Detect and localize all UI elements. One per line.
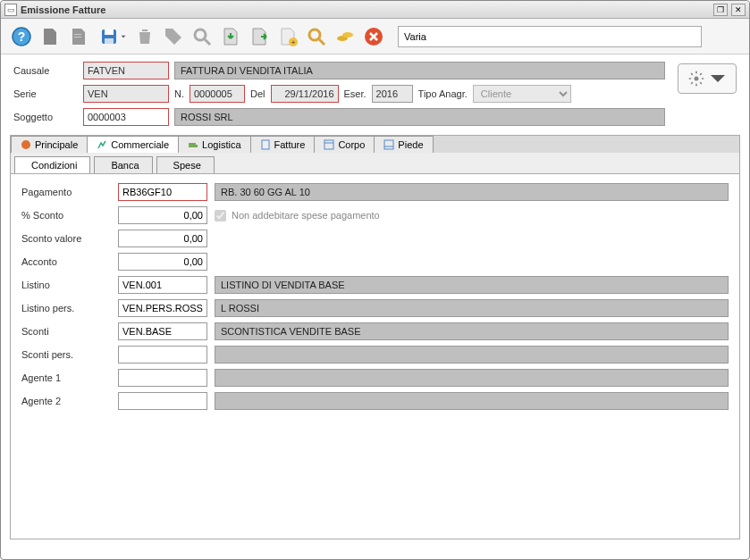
trash-icon[interactable] [133, 25, 156, 48]
del-label: Del [250, 88, 265, 99]
pagamento-input[interactable] [118, 183, 207, 201]
listino-desc: LISTINO DI VENDITA BASE [215, 276, 729, 294]
serie-label: Serie [13, 88, 78, 99]
window-restore-button[interactable]: ❐ [713, 4, 728, 16]
agente2-input[interactable] [118, 392, 207, 410]
window-titlebar: ▭ Emissione Fatture ❐ ✕ [1, 1, 749, 19]
import-icon[interactable] [219, 25, 242, 48]
agente2-desc [215, 392, 729, 410]
export-icon[interactable] [248, 25, 271, 48]
svg-rect-24 [384, 140, 393, 149]
sconti-label: Sconti [21, 326, 111, 337]
soggetto-label: Soggetto [13, 112, 78, 122]
svg-point-18 [21, 140, 30, 149]
sconti-pers-desc [215, 346, 729, 364]
sconti-pers-label: Sconti pers. [21, 349, 111, 360]
agente1-input[interactable] [118, 369, 207, 387]
window-icon: ▭ [4, 4, 17, 16]
svg-rect-22 [324, 140, 333, 149]
listino-pers-input[interactable] [118, 299, 207, 317]
eser-label: Eser. [344, 88, 367, 99]
agente1-label: Agente 1 [21, 372, 111, 383]
n-label: N. [174, 88, 184, 99]
tab-piede[interactable]: Piede [374, 136, 433, 153]
causale-label: Causale [13, 65, 78, 76]
svg-point-8 [195, 29, 206, 40]
listino-pers-label: Listino pers. [21, 303, 111, 313]
acconto-input[interactable] [118, 253, 207, 271]
acconto-label: Acconto [21, 256, 111, 267]
causale-desc: FATTURA DI VENDITA ITALIA [174, 62, 665, 79]
svg-rect-20 [195, 145, 198, 147]
causale-input[interactable] [83, 62, 169, 79]
svg-point-12 [309, 29, 320, 40]
sconti-input[interactable] [118, 322, 207, 340]
agente2-label: Agente 2 [21, 396, 111, 406]
svg-rect-3 [74, 37, 81, 38]
svg-point-17 [695, 77, 699, 81]
pagamento-label: Pagamento [21, 187, 111, 197]
tipo-anagr-select[interactable]: Cliente [473, 85, 571, 103]
tab-commerciale[interactable]: Commerciale [87, 136, 179, 153]
numero-input[interactable] [190, 85, 245, 103]
svg-point-15 [342, 32, 353, 38]
svg-line-9 [205, 39, 210, 45]
note-icon[interactable]: + [276, 25, 299, 48]
save-dropdown-button[interactable] [96, 25, 128, 48]
tab-fatture[interactable]: Fatture [250, 136, 316, 153]
sconto-pct-input[interactable] [118, 206, 207, 224]
subtab-banca[interactable]: Banca [94, 156, 152, 173]
soggetto-desc: ROSSI SRL [174, 108, 665, 126]
window-close-button[interactable]: ✕ [731, 4, 746, 16]
svg-rect-2 [74, 34, 81, 35]
coins-icon[interactable] [333, 25, 357, 48]
tipo-anagr-label: Tipo Anagr. [418, 88, 468, 99]
listino-label: Listino [21, 280, 111, 290]
del-input[interactable] [271, 85, 339, 103]
subtab-spese[interactable]: €Spese [156, 156, 215, 173]
window-title: Emissione Fatture [21, 4, 713, 15]
condizioni-panel: Pagamento RB. 30 60 GG AL 10 % Sconto No… [10, 173, 740, 539]
listino-pers-desc: L ROSSI [215, 299, 729, 317]
sconti-desc: SCONTISTICA VENDITE BASE [215, 322, 729, 340]
tag-icon[interactable] [162, 25, 185, 48]
agente1-desc [215, 369, 729, 387]
svg-rect-21 [262, 140, 269, 149]
toolbar-search-input[interactable] [398, 26, 702, 47]
sub-tabstrip: Condizioni Banca €Spese [10, 153, 740, 173]
pagamento-desc: RB. 30 60 GG AL 10 [215, 183, 729, 201]
tab-principale[interactable]: Principale [11, 136, 88, 153]
svg-text:+: + [291, 38, 296, 46]
sconti-pers-input[interactable] [118, 346, 207, 364]
sconto-pct-label: % Sconto [21, 210, 111, 221]
header-form: Causale FATTURA DI VENDITA ITALIA Serie … [1, 54, 678, 130]
search-icon[interactable] [190, 25, 214, 48]
spese-pagamento-checkbox [215, 210, 226, 221]
document-icon[interactable] [67, 25, 90, 48]
subtab-condizioni[interactable]: Condizioni [14, 156, 90, 173]
svg-text:?: ? [18, 29, 26, 44]
tab-logistica[interactable]: Logistica [178, 136, 250, 153]
soggetto-input[interactable] [83, 108, 169, 126]
new-icon[interactable] [38, 25, 62, 48]
help-icon[interactable]: ? [10, 25, 33, 48]
svg-line-13 [319, 39, 324, 45]
sconto-val-input[interactable] [118, 230, 207, 247]
eser-input[interactable] [372, 85, 413, 103]
svg-rect-5 [105, 29, 114, 35]
main-toolbar: ? + [1, 19, 749, 54]
serie-input[interactable] [83, 85, 169, 103]
main-tabstrip: Principale Commerciale Logistica Fatture… [10, 135, 740, 153]
find-icon[interactable] [305, 25, 328, 48]
svg-rect-7 [142, 29, 147, 31]
settings-dropdown-button[interactable] [678, 63, 737, 94]
close-icon[interactable] [362, 25, 385, 48]
tab-corpo[interactable]: Corpo [314, 136, 375, 153]
spese-pagamento-check-label: Non addebitare spese pagamento [232, 210, 380, 221]
sconto-val-label: Sconto valore [21, 233, 111, 244]
listino-input[interactable] [118, 276, 207, 294]
svg-rect-6 [105, 38, 114, 44]
svg-rect-19 [189, 143, 196, 147]
